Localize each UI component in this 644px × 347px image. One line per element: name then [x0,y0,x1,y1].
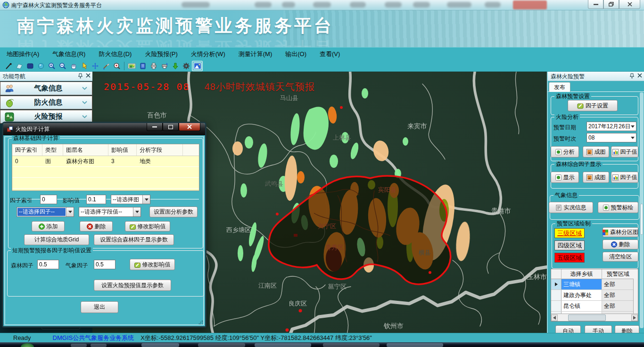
modify-impact-button[interactable]: 修改影响值 [125,221,170,231]
warning-time-combo[interactable]: 08 [586,133,636,142]
factor-index-input[interactable] [40,195,57,204]
forest-partition-button[interactable]: 森林分区图 [603,227,638,237]
clear-draw-button[interactable]: 清空绘区 [603,252,638,262]
live-info-button[interactable]: 实况信息 [549,202,593,213]
scroll-thumb[interactable] [568,314,606,321]
tab-publish[interactable]: 发布 [549,82,570,92]
field-value-combo[interactable]: --请选择字段值-- [79,207,141,217]
exit-button[interactable]: 退出 [81,301,118,313]
minimize-button[interactable] [588,0,603,9]
factor-value-button[interactable]: 因子值 [611,146,638,157]
restore-button[interactable] [603,0,619,9]
panel-scroll-thumb[interactable] [640,204,643,235]
panel-scrollbar[interactable] [640,92,644,328]
map-label: 邕宁区 [328,283,347,290]
date-label: 预警日期 [553,124,576,132]
show-button[interactable]: 显示 [551,172,579,183]
sidebar-item-fireproof-info[interactable]: 防火信息 [0,96,92,109]
delete-button[interactable]: 删除 [80,221,113,231]
document-icon[interactable] [138,61,148,71]
close-button[interactable] [619,0,640,9]
display-params-button[interactable]: 设置综合森林因子显示参数 [94,234,174,245]
analyze-button[interactable]: 分析 [551,146,579,157]
map-datetime-text: 2015-05-28 08 [104,81,190,92]
factor-table[interactable]: 因子索引 类型 图层名 影响值 分析字段 0 面 森林分布图 3 地类 [12,144,199,191]
close-icon[interactable] [637,73,642,79]
table-row[interactable]: 建政办事处 全部 [551,290,638,301]
scroll-left-arrow[interactable] [551,314,558,321]
factor-index-label: 因子索引 [10,197,33,205]
sidebar-item-weather-info[interactable]: 气象信息 [0,82,92,95]
ellipse-tool-icon[interactable] [36,61,46,71]
auto-button[interactable]: 自动 [555,325,581,333]
print-icon[interactable] [149,61,158,71]
pan-hand-icon[interactable] [68,61,78,71]
factor-combo[interactable]: --请选择因子-- [17,207,74,217]
col-warning-area[interactable]: 预警区域 [602,269,634,279]
menu-view[interactable]: 查看(V) [313,48,347,61]
pin-icon[interactable] [78,73,83,79]
make-map-button[interactable]: 成图 [583,146,609,157]
level5-area-swatch[interactable]: 五级区域 [554,253,585,263]
delete-area-button[interactable]: 删除 [603,240,638,249]
warning-plot-button[interactable]: 预警标绘 [598,202,638,213]
impact-value-input[interactable] [86,195,106,204]
menu-weather-info[interactable]: 气象信息(R) [46,48,92,61]
map-label: 武鸣县 [264,180,283,187]
print-export-icon[interactable] [159,61,169,71]
background-window-artifact [182,2,210,8]
table-row[interactable]: 昆仑镇 全部 [551,301,638,312]
factor-setting-button[interactable]: 因子设置 [568,100,618,111]
settings-gear-icon[interactable] [181,61,191,71]
table-vertical-scrollbar[interactable] [633,279,638,314]
identify-brush-icon[interactable] [101,61,111,71]
menu-fire-analysis[interactable]: 火情分析(W) [184,48,232,61]
area-params-button[interactable]: 设置面分析参数 [149,207,198,217]
menu-measure-calc[interactable]: 测量计算(M) [232,48,279,61]
level3-area-swatch[interactable]: 三级区域 [554,228,585,238]
menu-map-operations[interactable]: 地图操作(A) [0,48,46,61]
dialog-titlebar[interactable]: 火险因子计算 [3,123,205,135]
scroll-right-arrow[interactable] [631,314,638,321]
table-row[interactable]: 三塘镇 全部 [551,279,638,290]
col-select-township[interactable]: 选择乡镇 [561,269,602,279]
start-orb[interactable] [21,343,34,347]
image-browser-icon[interactable] [192,61,203,71]
export-map-icon[interactable] [127,61,137,71]
forest-factor-input[interactable] [37,260,59,269]
add-button[interactable]: 添加 [32,221,65,231]
select-arrow-icon[interactable] [79,61,89,71]
zoom-out-icon[interactable] [58,61,67,71]
table-horizontal-scrollbar[interactable] [551,314,638,321]
full-extent-move-icon[interactable] [90,61,100,71]
zoom-selection-icon[interactable] [112,61,122,71]
rectangle-tool-icon[interactable] [25,61,35,71]
pin-icon[interactable] [629,73,635,79]
table-row[interactable]: 0 面 森林分布图 3 地类 [12,156,199,167]
level4-area-swatch[interactable]: 四级区域 [554,240,585,250]
line-tool-icon[interactable] [3,61,13,71]
dialog-close-button[interactable] [179,123,200,131]
menu-output[interactable]: 输出(O) [279,48,313,61]
dialog-minimize-button[interactable] [147,123,163,131]
windows-taskbar[interactable] [0,342,644,347]
resize-grip[interactable] [198,320,203,325]
download-arrow-icon[interactable] [170,61,180,71]
polygon-tool-icon[interactable] [14,61,24,71]
menu-fire-risk-forecast[interactable]: 火险预报(P) [138,48,184,61]
status-system-name[interactable]: DMGIS公共气象服务业务系统 [53,334,134,342]
delete-button[interactable]: 删除 [615,325,639,333]
menu-fireproof-info[interactable]: 防火信息(D) [92,48,138,61]
factor-value-button-2[interactable]: 因子值 [611,172,638,183]
weather-factor-input[interactable] [94,260,116,269]
close-icon[interactable] [86,73,91,79]
zoom-in-icon[interactable] [47,61,57,71]
layer-combo[interactable]: --请选择图 [111,195,150,204]
fire-display-params-button[interactable]: 设置火险预报值显示参数 [94,280,171,291]
dialog-maximize-button[interactable] [163,123,179,131]
make-map-button-2[interactable]: 成图 [583,172,609,183]
modify-impact-button-2[interactable]: 修改影响值 [130,259,175,270]
warning-date-picker[interactable]: 2017年12月26日 [586,122,636,131]
calc-grid-button[interactable]: 计算综合地质Grid [24,234,89,245]
manual-button[interactable]: 手动 [585,325,612,333]
